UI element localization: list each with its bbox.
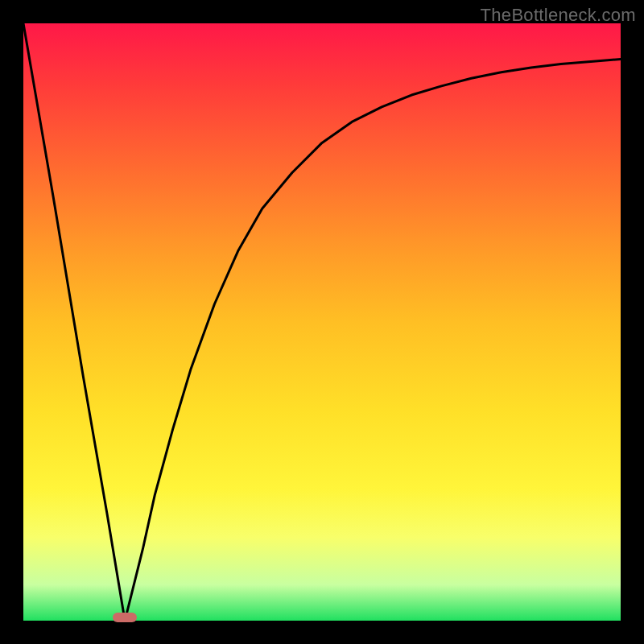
watermark-text: TheBottleneck.com xyxy=(481,5,636,26)
bottleneck-curve xyxy=(23,23,621,621)
optimum-marker xyxy=(113,613,137,622)
